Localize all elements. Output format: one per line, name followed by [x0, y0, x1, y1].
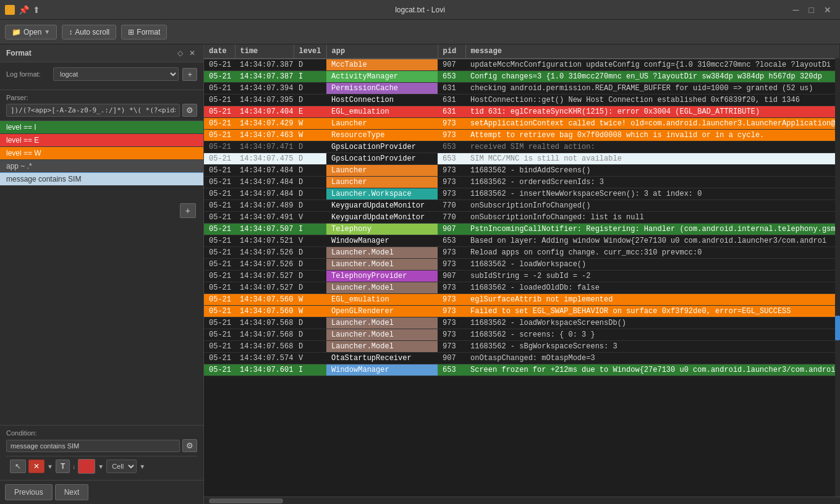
horizontal-scrollbar-thumb[interactable] [209, 498, 283, 503]
table-cell: 05-21 [204, 364, 235, 376]
table-cell: WindowManager [326, 364, 438, 376]
table-row[interactable]: 05-2114:34:07.404EEGL_emulation631tid 63… [204, 106, 840, 118]
table-cell: Launcher.Model [326, 317, 438, 329]
table-row[interactable]: 05-2114:34:07.484DLauncher.Workspace9731… [204, 188, 840, 200]
table-row[interactable]: 05-2114:34:07.560WEGL_emulation973eglSur… [204, 294, 840, 306]
expand-icon[interactable]: ⬆ [33, 5, 40, 15]
autoscroll-button[interactable]: ↕ Auto scroll [62, 25, 116, 40]
condition-input-row: ⚙ [6, 439, 197, 452]
table-cell: PermissionCache [326, 83, 438, 94]
rule-item-warn[interactable]: level == W [0, 147, 203, 160]
panel-settings-icon[interactable]: ◇ [176, 48, 185, 58]
table-cell: 11683562 - orderedScreenIds: 3 [465, 177, 839, 188]
table-cell: 05-21 [204, 118, 235, 130]
rule-item-error[interactable]: level == E [0, 134, 203, 147]
text-style-button[interactable]: T [56, 460, 70, 473]
table-cell: 14:34:07.484 [235, 177, 294, 188]
log-format-select[interactable]: logcat [53, 67, 179, 81]
condition-gear-button[interactable]: ⚙ [182, 439, 197, 452]
vertical-scrollbar[interactable] [835, 44, 840, 497]
table-cell: MccTable [326, 59, 438, 71]
maximize-button[interactable]: □ [805, 4, 818, 16]
table-cell: onSubscriptionInfoChanged: list is null [465, 212, 839, 224]
table-row[interactable]: 05-2114:34:07.429WLauncher973setApplicat… [204, 118, 840, 130]
previous-button[interactable]: Previous [5, 484, 53, 500]
horizontal-scrollbar[interactable] [204, 497, 840, 504]
table-row[interactable]: 05-2114:34:07.526DLauncher.Model97311683… [204, 259, 840, 271]
table-row[interactable]: 05-2114:34:07.471DGpsLocationProvider653… [204, 141, 840, 153]
pin-icon[interactable]: 📌 [19, 5, 29, 15]
table-cell: GpsLocationProvider [326, 141, 438, 153]
rule-app-label: app ~ .* [6, 162, 32, 170]
table-row[interactable]: 05-2114:34:07.527DTelephonyProvider907su… [204, 271, 840, 282]
next-button[interactable]: Next [55, 484, 89, 500]
table-cell: 907 [438, 224, 465, 235]
table-cell: tid 631: eglCreateSyncKHR(1215): error 0… [465, 106, 839, 118]
table-row[interactable]: 05-2114:34:07.387IActivityManager653Conf… [204, 71, 840, 83]
close-button[interactable]: ✕ [820, 4, 835, 16]
table-row[interactable]: 05-2114:34:07.568DLauncher.Model97311683… [204, 341, 840, 353]
table-cell: W [294, 294, 326, 306]
table-cell: Launcher.Model [326, 247, 438, 259]
table-row[interactable]: 05-2114:34:07.463WResourceType973Attempt… [204, 130, 840, 141]
table-cell: 973 [438, 306, 465, 317]
minimize-button[interactable]: ─ [789, 4, 803, 16]
table-row[interactable]: 05-2114:34:07.507ITelephony907PstnIncomi… [204, 224, 840, 235]
table-row[interactable]: 05-2114:34:07.484DLauncher97311683562 - … [204, 177, 840, 188]
table-cell: KeyguardUpdateMonitor [326, 200, 438, 212]
table-row[interactable]: 05-2114:34:07.560WOpenGLRenderer973Faile… [204, 306, 840, 317]
parser-input-row: ⚙ [6, 104, 197, 117]
rule-item-info[interactable]: level == I [0, 121, 203, 134]
pointer-tool-button[interactable]: ↖ [10, 460, 26, 473]
parser-input[interactable] [6, 104, 180, 117]
add-format-button[interactable]: + [182, 68, 197, 81]
panel-close-icon[interactable]: ✕ [187, 48, 197, 58]
table-cell: I [294, 364, 326, 376]
rule-item-app[interactable]: app ~ .* [0, 160, 203, 173]
style-type-select[interactable]: Cell [106, 460, 137, 473]
table-row[interactable]: 05-2114:34:07.526DLauncher.Model973Reloa… [204, 247, 840, 259]
format-button[interactable]: ⊞ Format [121, 25, 167, 40]
parser-gear-button[interactable]: ⚙ [182, 104, 197, 117]
table-cell: D [294, 247, 326, 259]
table-cell: 631 [438, 94, 465, 106]
table-row[interactable]: 05-2114:34:07.568DLauncher.Model97311683… [204, 329, 840, 341]
table-cell: 653 [438, 364, 465, 376]
table-cell: updateMccMncConfiguration updateConfig c… [465, 59, 839, 71]
table-row[interactable]: 05-2114:34:07.394DPermissionCache631chec… [204, 83, 840, 94]
table-row[interactable]: 05-2114:34:07.527DLauncher.Model97311683… [204, 282, 840, 294]
table-cell: 973 [438, 282, 465, 294]
table-cell: 05-21 [204, 106, 235, 118]
rule-item-sim[interactable]: message contains SIM [0, 173, 203, 186]
table-cell: 11683562 - loadWorkspaceScreensDb() [465, 317, 839, 329]
table-row[interactable]: 05-2114:34:07.574VOtaStartupReceiver907o… [204, 353, 840, 364]
table-row[interactable]: 05-2114:34:07.484DLauncher97311683562 - … [204, 165, 840, 177]
table-row[interactable]: 05-2114:34:07.475DGpsLocationProvider653… [204, 153, 840, 165]
condition-input[interactable] [6, 440, 180, 452]
add-rule-button[interactable]: + [180, 203, 196, 218]
table-cell: checking android.permission.READ_FRAME_B… [465, 83, 839, 94]
rule-info-label: level == I [6, 123, 36, 132]
open-button[interactable]: 📁 Open ▼ [5, 25, 57, 40]
delete-button[interactable]: ✕ [28, 460, 45, 473]
vertical-scrollbar-thumb[interactable] [835, 316, 840, 340]
table-cell: 14:34:07.560 [235, 294, 294, 306]
table-row[interactable]: 05-2114:34:07.568DLauncher.Model97311683… [204, 317, 840, 329]
table-cell: 05-21 [204, 224, 235, 235]
condition-label: Condition: [6, 429, 197, 437]
rule-warn-label: level == W [6, 149, 41, 158]
table-row[interactable]: 05-2114:34:07.601IWindowManager653Screen… [204, 364, 840, 376]
table-cell: 05-21 [204, 200, 235, 212]
table-cell: 973 [438, 259, 465, 271]
table-cell: 05-21 [204, 71, 235, 83]
table-cell: 05-21 [204, 294, 235, 306]
table-cell: 05-21 [204, 353, 235, 364]
table-row[interactable]: 05-2114:34:07.491VKeyguardUpdateMonitor7… [204, 212, 840, 224]
color-picker-button[interactable] [78, 459, 95, 474]
table-row[interactable]: 05-2114:34:07.521VWindowManager653Based … [204, 235, 840, 247]
table-cell: Launcher [326, 118, 438, 130]
table-row[interactable]: 05-2114:34:07.387DMccTable907updateMccMn… [204, 59, 840, 71]
table-row[interactable]: 05-2114:34:07.489DKeyguardUpdateMonitor7… [204, 200, 840, 212]
table-row[interactable]: 05-2114:34:07.395DHostConnection631HostC… [204, 94, 840, 106]
log-table-wrapper[interactable]: date time level app pid message 05-2114:… [204, 44, 840, 497]
